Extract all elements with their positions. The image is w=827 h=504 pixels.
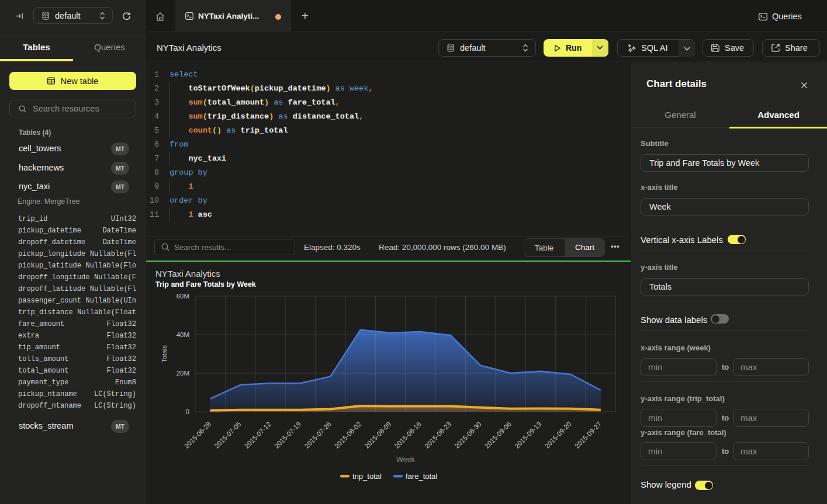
- svg-text:2015-08-16: 2015-08-16: [393, 420, 423, 450]
- svg-text:2015-09-20: 2015-09-20: [544, 420, 573, 450]
- svg-text:2015-07-19: 2015-07-19: [273, 420, 302, 450]
- svg-text:Totals: Totals: [161, 345, 168, 363]
- svg-text:2015-08-09: 2015-08-09: [363, 420, 392, 450]
- svg-text:2015-07-26: 2015-07-26: [303, 420, 333, 450]
- svg-text:2015-06-28: 2015-06-28: [183, 420, 212, 450]
- svg-text:60M: 60M: [177, 293, 189, 300]
- svg-text:2015-09-13: 2015-09-13: [513, 420, 542, 450]
- svg-text:0: 0: [186, 408, 189, 415]
- svg-text:2015-08-23: 2015-08-23: [423, 420, 452, 450]
- svg-text:40M: 40M: [177, 331, 189, 338]
- svg-text:2015-08-02: 2015-08-02: [333, 420, 362, 450]
- svg-text:2015-08-30: 2015-08-30: [454, 420, 483, 450]
- svg-text:2015-07-12: 2015-07-12: [243, 420, 272, 450]
- svg-text:Week: Week: [396, 456, 415, 464]
- svg-text:2015-07-05: 2015-07-05: [213, 420, 242, 450]
- svg-text:fare_total: fare_total: [406, 472, 437, 481]
- svg-text:20M: 20M: [177, 370, 189, 377]
- svg-text:2015-09-27: 2015-09-27: [573, 420, 603, 450]
- svg-text:trip_total: trip_total: [352, 472, 382, 481]
- svg-text:2015-09-06: 2015-09-06: [483, 420, 513, 450]
